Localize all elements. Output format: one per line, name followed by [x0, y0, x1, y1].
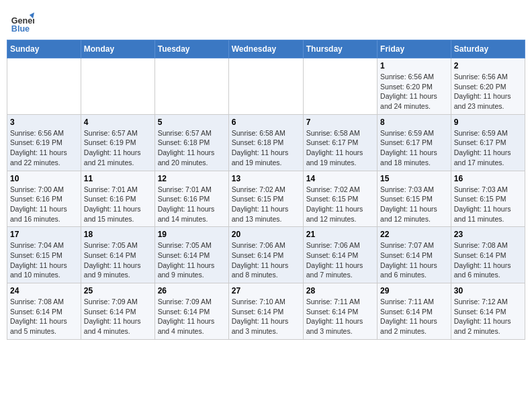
day-number: 4 — [84, 118, 152, 127]
day-info: Sunrise: 7:07 AMSunset: 6:14 PMDaylight:… — [380, 240, 448, 280]
day-cell: 1Sunrise: 6:56 AMSunset: 6:20 PMDaylight… — [378, 58, 451, 115]
day-info: Sunrise: 7:08 AMSunset: 6:14 PMDaylight:… — [454, 240, 522, 280]
day-info: Sunrise: 7:11 AMSunset: 6:14 PMDaylight:… — [380, 297, 448, 336]
day-info: Sunrise: 7:01 AMSunset: 6:16 PMDaylight:… — [84, 185, 152, 224]
day-number: 17 — [10, 230, 78, 239]
day-number: 10 — [10, 174, 78, 183]
day-number: 18 — [84, 230, 152, 239]
day-cell: 5Sunrise: 6:57 AMSunset: 6:18 PMDaylight… — [154, 114, 228, 171]
day-info: Sunrise: 6:58 AMSunset: 6:18 PMDaylight:… — [232, 128, 300, 168]
day-cell: 10Sunrise: 7:00 AMSunset: 6:16 PMDayligh… — [7, 171, 81, 227]
day-cell: 28Sunrise: 7:11 AMSunset: 6:14 PMDayligh… — [303, 283, 377, 340]
day-number: 19 — [158, 230, 226, 239]
day-info: Sunrise: 7:01 AMSunset: 6:16 PMDaylight:… — [158, 185, 226, 224]
day-info: Sunrise: 6:56 AMSunset: 6:19 PMDaylight:… — [10, 128, 78, 168]
header: General Blue — [7, 7, 525, 34]
day-info: Sunrise: 6:56 AMSunset: 6:20 PMDaylight:… — [454, 72, 522, 111]
day-number: 25 — [84, 286, 152, 295]
week-row-4: 24Sunrise: 7:08 AMSunset: 6:14 PMDayligh… — [7, 283, 525, 340]
day-cell — [228, 58, 303, 115]
day-cell: 22Sunrise: 7:07 AMSunset: 6:14 PMDayligh… — [378, 227, 451, 283]
day-cell — [303, 58, 377, 115]
logo: General Blue — [10, 10, 34, 34]
day-cell: 16Sunrise: 7:03 AMSunset: 6:15 PMDayligh… — [451, 171, 525, 227]
day-cell: 2Sunrise: 6:56 AMSunset: 6:20 PMDaylight… — [451, 58, 525, 115]
week-row-0: 1Sunrise: 6:56 AMSunset: 6:20 PMDaylight… — [7, 58, 525, 115]
day-cell: 13Sunrise: 7:02 AMSunset: 6:15 PMDayligh… — [228, 171, 303, 227]
day-info: Sunrise: 7:02 AMSunset: 6:15 PMDaylight:… — [306, 185, 374, 224]
header-sunday: Sunday — [7, 40, 81, 58]
day-info: Sunrise: 7:06 AMSunset: 6:14 PMDaylight:… — [306, 240, 374, 280]
day-info: Sunrise: 7:10 AMSunset: 6:14 PMDaylight:… — [232, 297, 300, 336]
day-info: Sunrise: 7:09 AMSunset: 6:14 PMDaylight:… — [84, 297, 152, 336]
day-number: 30 — [454, 286, 522, 295]
day-number: 11 — [84, 174, 152, 183]
day-number: 8 — [380, 118, 448, 127]
day-cell: 7Sunrise: 6:58 AMSunset: 6:17 PMDaylight… — [303, 114, 377, 171]
day-info: Sunrise: 6:57 AMSunset: 6:18 PMDaylight:… — [158, 128, 226, 168]
day-info: Sunrise: 7:06 AMSunset: 6:14 PMDaylight:… — [232, 240, 300, 280]
day-cell: 11Sunrise: 7:01 AMSunset: 6:16 PMDayligh… — [81, 171, 154, 227]
day-cell: 17Sunrise: 7:04 AMSunset: 6:15 PMDayligh… — [7, 227, 81, 283]
calendar-header-row: SundayMondayTuesdayWednesdayThursdayFrid… — [7, 40, 525, 58]
day-cell: 27Sunrise: 7:10 AMSunset: 6:14 PMDayligh… — [228, 283, 303, 340]
day-cell: 8Sunrise: 6:59 AMSunset: 6:17 PMDaylight… — [378, 114, 451, 171]
day-info: Sunrise: 7:05 AMSunset: 6:14 PMDaylight:… — [158, 240, 226, 280]
day-info: Sunrise: 6:56 AMSunset: 6:20 PMDaylight:… — [380, 72, 448, 111]
svg-text:Blue: Blue — [11, 24, 30, 34]
day-number: 22 — [380, 230, 448, 239]
day-number: 27 — [232, 286, 300, 295]
day-number: 3 — [10, 118, 78, 127]
calendar-table: SundayMondayTuesdayWednesdayThursdayFrid… — [7, 40, 525, 340]
day-info: Sunrise: 7:12 AMSunset: 6:14 PMDaylight:… — [454, 297, 522, 336]
day-cell: 20Sunrise: 7:06 AMSunset: 6:14 PMDayligh… — [228, 227, 303, 283]
week-row-1: 3Sunrise: 6:56 AMSunset: 6:19 PMDaylight… — [7, 114, 525, 171]
day-info: Sunrise: 6:57 AMSunset: 6:19 PMDaylight:… — [84, 128, 152, 168]
week-row-3: 17Sunrise: 7:04 AMSunset: 6:15 PMDayligh… — [7, 227, 525, 283]
day-number: 13 — [232, 174, 300, 183]
day-cell: 19Sunrise: 7:05 AMSunset: 6:14 PMDayligh… — [154, 227, 228, 283]
day-info: Sunrise: 7:02 AMSunset: 6:15 PMDaylight:… — [232, 185, 300, 224]
day-info: Sunrise: 7:04 AMSunset: 6:15 PMDaylight:… — [10, 240, 78, 280]
logo-icon: General Blue — [10, 10, 34, 34]
day-info: Sunrise: 7:11 AMSunset: 6:14 PMDaylight:… — [306, 297, 374, 336]
day-info: Sunrise: 7:03 AMSunset: 6:15 PMDaylight:… — [454, 185, 522, 224]
header-saturday: Saturday — [451, 40, 525, 58]
day-number: 23 — [454, 230, 522, 239]
day-info: Sunrise: 7:03 AMSunset: 6:15 PMDaylight:… — [380, 185, 448, 224]
day-cell: 15Sunrise: 7:03 AMSunset: 6:15 PMDayligh… — [378, 171, 451, 227]
header-friday: Friday — [378, 40, 451, 58]
day-number: 1 — [380, 61, 448, 71]
day-number: 6 — [232, 118, 300, 127]
day-cell: 29Sunrise: 7:11 AMSunset: 6:14 PMDayligh… — [378, 283, 451, 340]
header-wednesday: Wednesday — [228, 40, 303, 58]
day-cell — [81, 58, 154, 115]
day-number: 28 — [306, 286, 374, 295]
day-number: 5 — [158, 118, 226, 127]
day-info: Sunrise: 7:09 AMSunset: 6:14 PMDaylight:… — [158, 297, 226, 336]
day-number: 24 — [10, 286, 78, 295]
day-cell: 23Sunrise: 7:08 AMSunset: 6:14 PMDayligh… — [451, 227, 525, 283]
header-tuesday: Tuesday — [154, 40, 228, 58]
day-info: Sunrise: 6:59 AMSunset: 6:17 PMDaylight:… — [454, 128, 522, 168]
day-cell: 30Sunrise: 7:12 AMSunset: 6:14 PMDayligh… — [451, 283, 525, 340]
day-cell: 3Sunrise: 6:56 AMSunset: 6:19 PMDaylight… — [7, 114, 81, 171]
day-number: 9 — [454, 118, 522, 127]
day-number: 15 — [380, 174, 448, 183]
header-thursday: Thursday — [303, 40, 377, 58]
day-number: 7 — [306, 118, 374, 127]
day-cell — [7, 58, 81, 115]
day-info: Sunrise: 7:08 AMSunset: 6:14 PMDaylight:… — [10, 297, 78, 336]
day-info: Sunrise: 7:05 AMSunset: 6:14 PMDaylight:… — [84, 240, 152, 280]
day-cell: 9Sunrise: 6:59 AMSunset: 6:17 PMDaylight… — [451, 114, 525, 171]
day-cell: 4Sunrise: 6:57 AMSunset: 6:19 PMDaylight… — [81, 114, 154, 171]
day-number: 16 — [454, 174, 522, 183]
day-cell: 12Sunrise: 7:01 AMSunset: 6:16 PMDayligh… — [154, 171, 228, 227]
day-number: 20 — [232, 230, 300, 239]
day-number: 2 — [454, 61, 522, 71]
day-cell: 18Sunrise: 7:05 AMSunset: 6:14 PMDayligh… — [81, 227, 154, 283]
day-info: Sunrise: 6:59 AMSunset: 6:17 PMDaylight:… — [380, 128, 448, 168]
day-cell — [154, 58, 228, 115]
day-cell: 21Sunrise: 7:06 AMSunset: 6:14 PMDayligh… — [303, 227, 377, 283]
day-info: Sunrise: 6:58 AMSunset: 6:17 PMDaylight:… — [306, 128, 374, 168]
